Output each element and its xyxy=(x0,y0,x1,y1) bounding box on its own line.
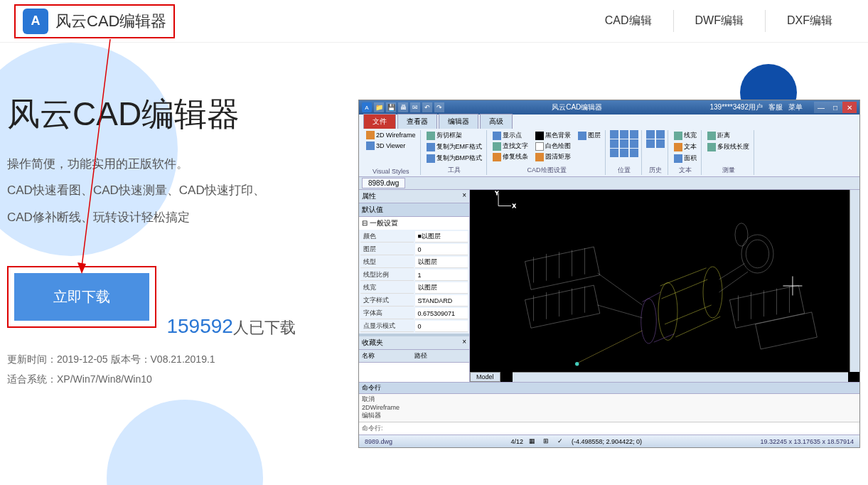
view-icon[interactable] xyxy=(630,149,638,157)
line-icon xyxy=(674,132,682,140)
model-space-tab[interactable]: Model xyxy=(470,372,500,382)
nav-dwf-edit[interactable]: DWF编辑 xyxy=(673,10,765,32)
update-info: 更新时间：2019-12-05 版本号：V08.21.2019.1 xyxy=(7,349,334,369)
polyline-length-button[interactable]: 多段线长度 xyxy=(706,142,751,152)
last-icon[interactable] xyxy=(656,139,665,148)
ribbon-group-label: Visual Styles xyxy=(365,166,417,175)
maximize-button[interactable]: □ xyxy=(828,102,842,113)
layer-button[interactable]: 图层 xyxy=(577,130,602,141)
black-bg-button[interactable]: 黑色背景 xyxy=(534,130,572,141)
pan-icon[interactable] xyxy=(610,139,618,148)
black-icon xyxy=(535,132,544,140)
print-icon[interactable]: 🖶 xyxy=(398,102,408,112)
user-label[interactable]: 139****3492用户 xyxy=(710,102,763,112)
back-icon[interactable] xyxy=(646,130,655,139)
view-icon[interactable] xyxy=(620,149,628,157)
show-point-button[interactable]: 显示点 xyxy=(491,130,530,141)
prop-row[interactable]: 字体高0.675309071 xyxy=(360,308,468,319)
copy-bmp-button[interactable]: 复制为BMP格式 xyxy=(425,153,484,164)
ribbon-group-label: 工具 xyxy=(425,164,484,175)
prop-row[interactable]: 文字样式STANDARD xyxy=(360,295,468,307)
ruler-icon xyxy=(707,132,716,140)
fix-line-button[interactable]: 修复线条 xyxy=(491,151,530,162)
prop-row[interactable]: 颜色■以图层 xyxy=(360,231,468,242)
ribbon-group-cad-settings: 显示点 查找文字 修复线条 黑色背景 白色绘图 圆清矩形 图层 CAD绘图设置 xyxy=(488,130,606,175)
tab-editor[interactable]: 编辑器 xyxy=(439,114,478,129)
vertical-scrollbar[interactable] xyxy=(850,190,859,372)
zoom-window-icon[interactable] xyxy=(630,139,638,148)
ribbon-group-history: 历史 xyxy=(643,130,668,175)
distance-button[interactable]: 距离 xyxy=(706,130,751,141)
download-button[interactable]: 立即下载 xyxy=(14,273,149,321)
download-highlight-box: 立即下载 xyxy=(7,266,156,328)
zoom-out-icon[interactable] xyxy=(620,130,628,139)
ribbon-group-label: 位置 xyxy=(610,164,638,175)
zoom-in-icon[interactable] xyxy=(610,130,618,139)
command-input-line[interactable]: 命令行: xyxy=(359,422,859,435)
svg-line-13 xyxy=(643,292,660,302)
service-link[interactable]: 客服 xyxy=(768,102,783,112)
grid-icon[interactable]: ▦ xyxy=(529,437,537,446)
svg-line-10 xyxy=(662,279,708,299)
white-draw-button[interactable]: 白色绘图 xyxy=(534,141,572,151)
prop-row[interactable]: 图层0 xyxy=(360,244,468,255)
default-value-section[interactable]: 默认值 xyxy=(359,203,469,217)
copy-icon xyxy=(427,154,435,163)
status-bar: 8989.dwg 4/12 ▦ ⊞ ✓ (-4.498558; 2.904422… xyxy=(359,435,859,447)
download-count: 159592人已下载 xyxy=(166,315,295,339)
mail-icon[interactable]: ✉ xyxy=(410,102,420,112)
horizontal-scrollbar[interactable] xyxy=(513,372,848,382)
cut-frame-button[interactable]: 剪切框架 xyxy=(425,130,484,141)
undo-icon[interactable]: ↶ xyxy=(422,102,432,112)
cube-icon xyxy=(366,142,375,150)
first-icon[interactable] xyxy=(646,139,655,148)
document-tab[interactable]: 8989.dwg xyxy=(362,178,405,188)
view-icon[interactable] xyxy=(610,149,618,157)
linewidth-button[interactable]: 线宽 xyxy=(673,130,698,141)
svg-line-11 xyxy=(665,305,712,324)
text-button[interactable]: 文本 xyxy=(673,142,698,152)
cad-drawing: XY xyxy=(470,190,859,382)
zoom-fit-icon[interactable] xyxy=(630,130,638,139)
svg-line-14 xyxy=(654,334,675,342)
tab-file[interactable]: 文件 xyxy=(363,114,396,129)
save-icon[interactable]: 💾 xyxy=(386,102,396,112)
rotate-icon[interactable] xyxy=(620,139,628,148)
ribbon-tabs: 文件 查看器 编辑器 高级 xyxy=(359,114,859,129)
download-count-suffix: 人已下载 xyxy=(233,319,296,336)
ortho-icon[interactable]: ✓ xyxy=(557,437,566,446)
nav-dxf-edit[interactable]: DXF编辑 xyxy=(765,10,854,32)
menu-link[interactable]: 菜单 xyxy=(788,102,803,112)
logo-area[interactable]: A 风云CAD编辑器 xyxy=(14,4,175,38)
nav-cad-edit[interactable]: CAD编辑 xyxy=(584,10,673,32)
close-panel-icon[interactable]: × xyxy=(462,191,466,201)
minimize-button[interactable]: — xyxy=(814,102,828,113)
close-panel-icon[interactable]: × xyxy=(462,338,466,348)
document-tabs: 8989.dwg xyxy=(359,177,859,190)
copy-emf-button[interactable]: 复制为EMF格式 xyxy=(425,142,484,152)
general-settings-header[interactable]: ⊟ 一般设置 xyxy=(359,217,469,230)
open-icon[interactable]: 📁 xyxy=(374,102,384,112)
viewer-3d-button[interactable]: 3D Viewer xyxy=(365,141,417,151)
area-button[interactable]: 面积 xyxy=(673,153,698,164)
copy-icon xyxy=(427,143,435,151)
svg-point-17 xyxy=(741,235,773,273)
prop-row[interactable]: 线型以图层 xyxy=(360,257,468,268)
close-button[interactable]: ✕ xyxy=(842,102,857,113)
window-title: 风云CAD编辑器 xyxy=(552,102,602,112)
drawing-viewport[interactable]: XY xyxy=(470,190,859,382)
scissors-icon xyxy=(427,132,435,140)
round-rect-button[interactable]: 圆清矩形 xyxy=(534,151,572,162)
find-text-button[interactable]: 查找文字 xyxy=(491,141,530,151)
tab-viewer[interactable]: 查看器 xyxy=(397,114,437,129)
prop-row[interactable]: 线宽以图层 xyxy=(360,282,468,294)
prop-row[interactable]: 线型比例1 xyxy=(360,270,468,281)
forward-icon[interactable] xyxy=(656,130,665,139)
wireframe-2d-button[interactable]: 2D Wireframe xyxy=(365,130,417,140)
redo-icon[interactable]: ↷ xyxy=(434,102,444,112)
tab-advanced[interactable]: 高级 xyxy=(480,114,513,129)
snap-icon[interactable]: ⊞ xyxy=(543,437,552,446)
app-titlebar: A 📁 💾 🖶 ✉ ↶ ↷ 风云CAD编辑器 139****3492用户 客服 … xyxy=(359,100,859,114)
prop-row[interactable]: 点显示模式0 xyxy=(360,321,468,332)
svg-point-18 xyxy=(746,240,768,268)
